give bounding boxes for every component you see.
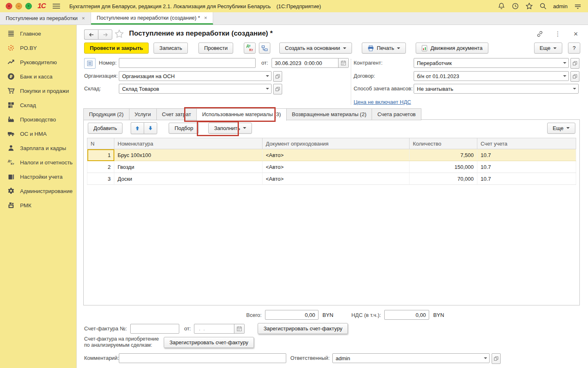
dropdown-arrow-icon[interactable] [264, 72, 271, 81]
dtkt-postings-button[interactable]: ДтКт [244, 43, 255, 54]
more-button[interactable]: Еще [534, 43, 562, 54]
sidebar-item-rukovoditelyu[interactable]: Руководителю [7, 57, 76, 67]
print-button[interactable]: Печать [362, 43, 406, 54]
sidebar-item-bank-i-kassa[interactable]: ₽ Банк и касса [7, 71, 76, 82]
organization-choose-button[interactable] [273, 71, 282, 82]
number-settings-button[interactable] [84, 58, 96, 69]
column-header-nomenclature[interactable]: Номенклатура [114, 138, 263, 149]
history-icon[interactable] [512, 2, 519, 10]
register-invoice-button[interactable]: Зарегистрировать счет-фактуру [258, 323, 348, 334]
window-tab-list[interactable]: Поступление из переработки × [0, 12, 91, 24]
notifications-bell-icon[interactable] [498, 2, 505, 10]
move-down-button[interactable] [144, 122, 157, 134]
post-button[interactable]: Провести [198, 43, 234, 54]
forward-button[interactable] [98, 29, 112, 40]
responsible-input[interactable] [332, 353, 490, 363]
column-header-n[interactable]: N [87, 138, 114, 149]
tab-products[interactable]: Продукция (2) [83, 108, 129, 120]
sidebar-item-proizvodstvo[interactable]: Производство [7, 114, 76, 125]
cell-account[interactable]: 10.7 [477, 149, 576, 161]
tab-used-materials[interactable]: Использованные материалы (3) [196, 108, 287, 121]
move-up-button[interactable] [131, 122, 144, 134]
contract-input[interactable] [414, 71, 569, 81]
comment-input[interactable] [119, 353, 286, 363]
cell-n[interactable]: 2 [87, 161, 114, 173]
sidebar-item-administrirovanie[interactable]: Администрирование [7, 186, 76, 196]
selection-button[interactable]: Подбор [169, 123, 199, 134]
cell-quantity[interactable]: 7,500 [410, 149, 477, 161]
tab-cost-account[interactable]: Счет затрат [156, 108, 197, 120]
contractor-input[interactable] [414, 58, 569, 68]
cell-n[interactable]: 3 [87, 173, 114, 185]
tab-returned-materials[interactable]: Возвращенные материалы (2) [286, 108, 372, 120]
tab-close-icon[interactable]: × [204, 15, 207, 21]
window-minimize-button[interactable]: − [16, 3, 22, 9]
window-maximize-button[interactable]: + [25, 3, 32, 9]
back-button[interactable] [84, 29, 98, 40]
sidebar-item-rmk[interactable]: РМК [7, 200, 76, 211]
dropdown-arrow-icon[interactable] [482, 354, 489, 363]
dropdown-arrow-icon[interactable] [571, 84, 578, 93]
table-row[interactable]: 1 Брус 100x100 <Авто> 7,500 10.7 [87, 149, 576, 161]
organization-input[interactable] [119, 71, 272, 81]
more-dots-icon[interactable]: ⋮ [554, 30, 561, 38]
sidebar-item-nastroyki-ucheta[interactable]: Настройки учета [7, 171, 76, 182]
total-input[interactable] [265, 310, 318, 320]
window-tab-document[interactable]: Поступление из переработки (создание) * … [91, 12, 214, 25]
close-form-icon[interactable]: × [572, 30, 579, 38]
user-menu-icon[interactable] [574, 2, 581, 10]
advance-method-input[interactable] [414, 84, 579, 94]
cell-nomenclature[interactable]: Брус 100x100 [114, 149, 263, 161]
save-button[interactable]: Записать [154, 43, 188, 54]
cell-nomenclature[interactable]: Доски [114, 173, 263, 185]
tab-services[interactable]: Услуги [129, 108, 157, 120]
table-row[interactable]: 2 Гвозди <Авто> 150,000 10.7 [87, 161, 576, 173]
dropdown-arrow-icon[interactable] [561, 58, 568, 67]
cell-quantity[interactable]: 150,000 [410, 161, 477, 173]
window-close-button[interactable]: × [6, 3, 12, 9]
sidebar-item-pokupki-i-prodazhi[interactable]: Покупки и продажи [7, 85, 76, 96]
post-and-close-button[interactable]: Провести и закрыть [84, 43, 149, 54]
contractor-choose-button[interactable] [570, 58, 579, 69]
number-input[interactable] [119, 58, 256, 68]
current-user[interactable]: admin [553, 3, 568, 9]
register-purchase-invoice-button[interactable]: Зарегистрировать счет-фактуру [164, 337, 254, 348]
dropdown-arrow-icon[interactable] [264, 84, 271, 93]
cell-receipt-doc[interactable]: <Авто> [263, 161, 410, 173]
related-documents-button[interactable] [259, 43, 270, 54]
document-movements-button[interactable]: Движения документа [416, 43, 488, 54]
favorites-star-icon[interactable] [526, 2, 533, 10]
cell-receipt-doc[interactable]: <Авто> [263, 149, 410, 161]
vat-price-link[interactable]: Цена не включает НДС [354, 99, 411, 105]
sidebar-item-os-i-nma[interactable]: ОС и НМА [7, 128, 76, 139]
tab-close-icon[interactable]: × [82, 15, 85, 21]
date-input[interactable] [272, 58, 349, 68]
column-header-account[interactable]: Счет учета [477, 138, 576, 149]
cell-nomenclature[interactable]: Гвозди [114, 161, 263, 173]
add-row-button[interactable]: Добавить [88, 123, 122, 134]
sidebar-item-nalogi-i-otchetnost[interactable]: ДтКт Налоги и отчетность [7, 157, 76, 168]
cell-account[interactable]: 10.7 [477, 173, 576, 185]
calendar-icon[interactable] [338, 58, 348, 67]
tab-settlement-accounts[interactable]: Счета расчетов [372, 108, 421, 120]
sidebar-item-sklad[interactable]: Склад [7, 100, 76, 110]
get-link-icon[interactable] [536, 30, 543, 38]
sidebar-item-glavnoe[interactable]: Главное [7, 28, 76, 39]
invoice-number-input[interactable] [130, 324, 179, 334]
contract-choose-button[interactable] [570, 71, 579, 82]
sidebar-item-zarplata-i-kadry[interactable]: Зарплата и кадры [7, 143, 76, 153]
dropdown-arrow-icon[interactable] [561, 72, 568, 81]
fill-button[interactable]: Заполнить [208, 123, 252, 134]
column-header-receipt-doc[interactable]: Документ оприходования [263, 138, 410, 149]
sidebar-item-po-by[interactable]: PO.BY [7, 43, 76, 53]
help-button[interactable]: ? [568, 43, 580, 54]
vat-input[interactable] [384, 310, 429, 320]
warehouse-input[interactable] [119, 84, 272, 94]
calendar-icon[interactable] [234, 324, 244, 333]
create-based-on-button[interactable]: Создать на основании [279, 43, 352, 54]
cell-account[interactable]: 10.7 [477, 161, 576, 173]
cell-n[interactable]: 1 [87, 149, 114, 161]
main-menu-icon[interactable] [52, 3, 60, 9]
search-icon[interactable] [539, 2, 547, 10]
grid-more-button[interactable]: Еще [547, 123, 575, 134]
